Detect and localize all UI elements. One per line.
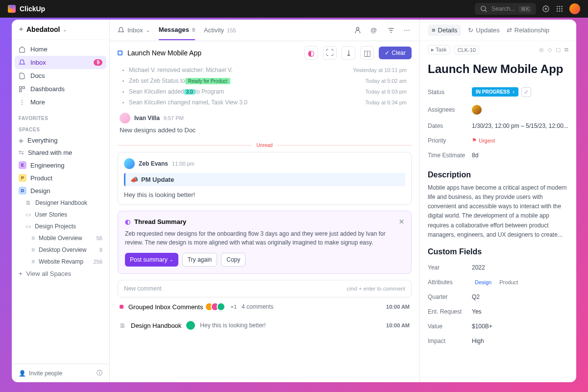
- sidebar: ✦ Abedatool ⌄ Home Inbox9 Docs Dashboard…: [12, 20, 110, 382]
- megaphone-icon: 📣: [130, 176, 138, 183]
- nav-more[interactable]: More: [12, 96, 109, 109]
- priority-value[interactable]: ⚑Urgent: [472, 137, 495, 144]
- svg-point-13: [561, 10, 563, 12]
- space-product[interactable]: PProduct: [12, 172, 109, 184]
- invite-people[interactable]: 👤Invite people: [19, 370, 62, 377]
- link-icon[interactable]: ⧉: [564, 47, 568, 53]
- brand-name: ClickUp: [20, 5, 45, 13]
- person-icon[interactable]: [354, 26, 362, 34]
- download-icon: ⤓: [345, 49, 352, 58]
- space-letter: P: [19, 174, 26, 182]
- task-checkbox-icon[interactable]: [118, 50, 122, 55]
- mention-icon[interactable]: @: [370, 26, 378, 34]
- chevron-right-icon: ›: [513, 89, 514, 95]
- user-avatar[interactable]: [569, 3, 580, 14]
- link-icon: ⇄: [507, 26, 512, 34]
- tree-designer-handbook[interactable]: 🗎Designer Handbook: [12, 197, 109, 209]
- more-icon[interactable]: ⋯: [404, 26, 412, 34]
- tag-icon[interactable]: ◇: [548, 47, 552, 53]
- user-plus-icon: 👤: [19, 370, 26, 377]
- activity-row: Zeb set Zeb Status to Ready for ProductT…: [118, 75, 412, 86]
- tree-desktop-overview[interactable]: ≡Desktop Overview8: [12, 244, 109, 256]
- share-icon: ⇆: [19, 149, 24, 156]
- design-handbook-row[interactable]: 🗎 Design Handbook Hey this is looking be…: [118, 316, 412, 335]
- nav-home[interactable]: Home: [12, 43, 109, 56]
- add-icon[interactable]: [542, 5, 550, 13]
- comment-author: Zeb Evans: [139, 160, 168, 167]
- download-button[interactable]: ⤓: [342, 46, 355, 60]
- tree-design-projects[interactable]: ▭Design Projects: [12, 220, 109, 232]
- svg-point-17: [22, 100, 23, 101]
- svg-rect-14: [20, 86, 22, 88]
- workspace-switcher[interactable]: ✦ Abedatool ⌄: [12, 20, 109, 40]
- inbox-dropdown[interactable]: Inbox⌄: [118, 21, 150, 40]
- new-comment-input[interactable]: New comment cmd + enter to comment: [118, 280, 412, 297]
- comment-author: Ivan Villa: [134, 115, 160, 122]
- svg-rect-15: [23, 86, 24, 88]
- view-all-spaces[interactable]: +View all Spaces: [12, 268, 109, 280]
- task-id-chip[interactable]: CLK-10: [454, 46, 479, 54]
- tab-activity[interactable]: Activity155: [204, 21, 236, 40]
- list-icon: ≡: [31, 246, 35, 253]
- more-icon: [19, 99, 25, 106]
- filter-icon[interactable]: [387, 26, 395, 34]
- assignee-avatar[interactable]: [472, 105, 482, 115]
- dates-value[interactable]: 1/30/23, 12:00 pm – 5/15/23, 12:00...: [472, 122, 568, 129]
- svg-point-20: [356, 27, 359, 30]
- image-icon[interactable]: ▢: [556, 47, 561, 53]
- clear-button[interactable]: ✓Clear: [379, 47, 412, 59]
- tab-messages[interactable]: Messages9: [159, 20, 195, 40]
- expand-button[interactable]: ⛶: [323, 46, 337, 60]
- nav-docs[interactable]: Docs: [12, 69, 109, 82]
- attributes-value[interactable]: DesignProduct: [472, 279, 568, 286]
- tab-relationship[interactable]: ⇄Relationship: [507, 24, 550, 36]
- try-again-button[interactable]: Try again: [182, 253, 218, 267]
- tab-details[interactable]: ≡Details: [428, 24, 461, 36]
- folder-open-icon: ▭: [25, 223, 31, 230]
- tree-website-revamp[interactable]: ≡Website Revamp256: [12, 256, 109, 268]
- panel-button[interactable]: ◫: [360, 46, 374, 60]
- nav-dashboards[interactable]: Dashboards: [12, 82, 109, 96]
- svg-point-19: [22, 104, 23, 105]
- svg-point-6: [559, 6, 561, 7]
- avatar-stack: [208, 302, 225, 311]
- refresh-icon: ↻: [468, 26, 473, 34]
- list-icon: ≡: [31, 258, 35, 265]
- tab-updates[interactable]: ↻Updates: [468, 24, 499, 36]
- ai-button[interactable]: ◐: [304, 46, 318, 60]
- post-summary-button[interactable]: Post summary⌄: [125, 253, 178, 267]
- details-panel: ≡Details ↻Updates ⇄Relationship ▸Task CL…: [419, 20, 576, 382]
- space-engineering[interactable]: EEngineering: [12, 159, 109, 172]
- apps-icon[interactable]: [556, 5, 564, 13]
- svg-point-0: [481, 6, 486, 11]
- complete-checkbox[interactable]: ✓: [521, 87, 531, 97]
- svg-point-12: [559, 10, 561, 12]
- space-design[interactable]: DDesign: [12, 184, 109, 197]
- inbox-badge: 9: [94, 59, 102, 66]
- space-everything[interactable]: ◈Everything: [12, 134, 109, 147]
- qr-icon[interactable]: ◎: [539, 47, 544, 53]
- help-icon[interactable]: ⓘ: [97, 369, 102, 377]
- message-feed: Michael V. removed watcher: Michael V.Ye…: [110, 65, 419, 382]
- comment-body: New designs added to Doc: [120, 126, 410, 134]
- svg-point-9: [559, 8, 561, 10]
- grouped-inbox-row[interactable]: Grouped Inbox Comments +1 4 comments 10:…: [118, 297, 412, 316]
- network-icon: ◈: [19, 137, 24, 144]
- status-pill[interactable]: IN PROGRESS›: [472, 87, 518, 97]
- nav-inbox[interactable]: Inbox9: [15, 56, 106, 69]
- space-shared[interactable]: ⇆Shared with me: [12, 147, 109, 159]
- space-letter: E: [19, 161, 26, 169]
- spaces-header: SPACES: [12, 123, 109, 134]
- tree-user-stories[interactable]: ▭User Stories: [12, 209, 109, 220]
- plus-icon: +: [19, 270, 23, 277]
- svg-point-8: [557, 8, 558, 10]
- sparkle-icon: ✦: [19, 26, 24, 33]
- avatar: [186, 321, 195, 330]
- copy-button[interactable]: Copy: [221, 253, 245, 267]
- brand: ClickUp: [8, 5, 45, 13]
- page-icon: 🗎: [25, 199, 31, 206]
- close-icon[interactable]: ✕: [399, 218, 404, 225]
- tree-mobile-overview[interactable]: ≡Mobile Overview56: [12, 232, 109, 244]
- comment-card: Zeb Evans11:00 pm 📣PM Update Hey this is…: [118, 152, 412, 205]
- global-search[interactable]: Search... ⌘K: [475, 3, 536, 15]
